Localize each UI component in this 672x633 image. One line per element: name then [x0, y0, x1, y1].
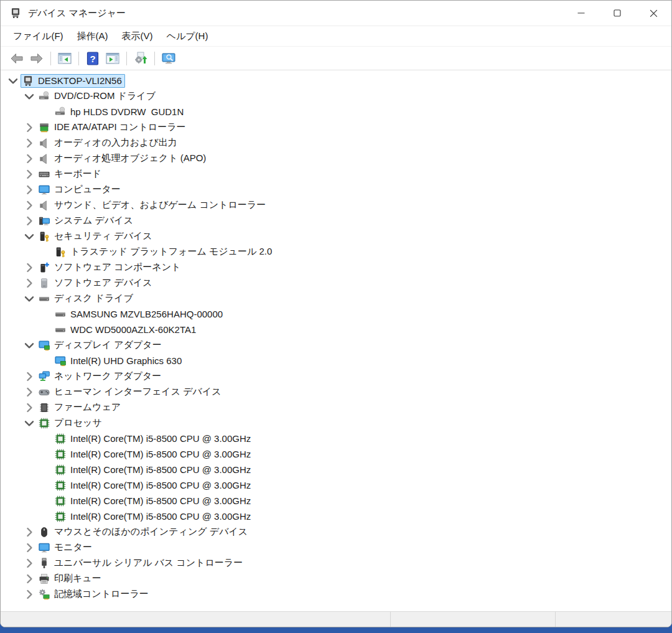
chevron-expanded-icon[interactable]	[22, 340, 37, 350]
tree-item-selected[interactable]: DESKTOP-VLI2N56	[21, 74, 125, 88]
close-button[interactable]	[635, 1, 671, 26]
menu-item[interactable]: 操作(A)	[70, 27, 115, 45]
tree-item-body[interactable]: Intel(R) Core(TM) i5-8500 CPU @ 3.00GHz	[53, 432, 254, 446]
chevron-expanded-icon[interactable]	[6, 76, 21, 86]
tree-item[interactable]: サウンド、ビデオ、およびゲーム コントローラー	[1, 197, 671, 213]
tree-item-body[interactable]: セキュリティ デバイス	[37, 229, 156, 243]
tree-item[interactable]: オーディオの入力および出力	[1, 135, 671, 151]
tree-item-body[interactable]: キーボード	[37, 167, 105, 181]
tree-item-body[interactable]: コンピューター	[37, 182, 124, 197]
scan-hardware-changes-button[interactable]	[131, 49, 150, 68]
tree-item[interactable]: WDC WD5000AZLX-60K2TA1	[1, 322, 671, 337]
chevron-collapsed-icon[interactable]	[22, 200, 37, 210]
tree-item-body[interactable]: ディスク ドライブ	[37, 291, 136, 306]
maximize-button[interactable]	[599, 1, 635, 26]
tree-item[interactable]: セキュリティ デバイス	[1, 228, 671, 244]
tree-item[interactable]: ネットワーク アダプター	[1, 368, 671, 384]
chevron-expanded-icon[interactable]	[22, 294, 37, 304]
tree-item-body[interactable]: ソフトウェア コンポーネント	[37, 260, 184, 274]
tree-item-body[interactable]: DVD/CD-ROM ドライブ	[37, 89, 159, 103]
tree-item[interactable]: トラステッド プラットフォーム モジュール 2.0	[1, 244, 671, 260]
chevron-collapsed-icon[interactable]	[22, 169, 37, 179]
tree-item-body[interactable]: プロセッサ	[37, 416, 105, 430]
tree-item-body[interactable]: SAMSUNG MZVLB256HAHQ-00000	[53, 307, 226, 321]
tree-item-body[interactable]: サウンド、ビデオ、およびゲーム コントローラー	[37, 198, 269, 212]
tree-item-body[interactable]: ソフトウェア デバイス	[37, 276, 156, 290]
tree-item[interactable]: Intel(R) Core(TM) i5-8500 CPU @ 3.00GHz	[1, 477, 671, 493]
tree-item-body[interactable]: 記憶域コントローラー	[37, 587, 152, 601]
tree-item-body[interactable]: IDE ATA/ATAPI コントローラー	[37, 120, 189, 134]
tree-item-body[interactable]: Intel(R) Core(TM) i5-8500 CPU @ 3.00GHz	[53, 463, 254, 477]
tree-item-body[interactable]: 印刷キュー	[37, 571, 105, 586]
add-legacy-hardware-button[interactable]	[159, 49, 178, 68]
tree-item-body[interactable]: ネットワーク アダプター	[37, 369, 164, 383]
chevron-expanded-icon[interactable]	[22, 91, 37, 101]
tree-item-body[interactable]: Intel(R) Core(TM) i5-8500 CPU @ 3.00GHz	[53, 494, 254, 508]
chevron-collapsed-icon[interactable]	[22, 589, 37, 599]
tree-item-body[interactable]: システム デバイス	[37, 213, 136, 228]
chevron-collapsed-icon[interactable]	[22, 403, 37, 413]
chevron-collapsed-icon[interactable]	[22, 154, 37, 164]
tree-item-body[interactable]: トラステッド プラットフォーム モジュール 2.0	[53, 245, 275, 259]
tree-item-body[interactable]: オーディオ処理オブジェクト (APO)	[37, 151, 209, 166]
tree-item[interactable]: hp HLDS DVDRW GUD1N	[1, 104, 671, 120]
tree-item-body[interactable]: マウスとそのほかのポインティング デバイス	[37, 525, 251, 539]
tree-item[interactable]: ディスプレイ アダプター	[1, 337, 671, 353]
tree-item[interactable]: DESKTOP-VLI2N56	[1, 73, 671, 88]
tree-item[interactable]: ソフトウェア デバイス	[1, 275, 671, 291]
tree-item-body[interactable]: ユニバーサル シリアル バス コントローラー	[37, 556, 246, 570]
tree-item[interactable]: モニター	[1, 540, 671, 555]
tree-item[interactable]: キーボード	[1, 166, 671, 182]
chevron-collapsed-icon[interactable]	[22, 123, 37, 133]
tree-item[interactable]: IDE ATA/ATAPI コントローラー	[1, 120, 671, 135]
tree-item[interactable]: ヒューマン インターフェイス デバイス	[1, 384, 671, 400]
tree-item[interactable]: 記憶域コントローラー	[1, 586, 671, 602]
chevron-collapsed-icon[interactable]	[22, 574, 37, 584]
chevron-collapsed-icon[interactable]	[22, 527, 37, 537]
tree-item-body[interactable]: ヒューマン インターフェイス デバイス	[37, 385, 225, 399]
tree-item-body[interactable]: ファームウェア	[37, 400, 124, 415]
tree-item[interactable]: Intel(R) Core(TM) i5-8500 CPU @ 3.00GHz	[1, 493, 671, 509]
tree-item[interactable]: Intel(R) Core(TM) i5-8500 CPU @ 3.00GHz	[1, 509, 671, 524]
tree-item[interactable]: プロセッサ	[1, 415, 671, 431]
chevron-collapsed-icon[interactable]	[22, 138, 37, 148]
chevron-collapsed-icon[interactable]	[22, 278, 37, 288]
chevron-collapsed-icon[interactable]	[22, 387, 37, 397]
tree-item-body[interactable]: ディスプレイ アダプター	[37, 338, 165, 352]
tree-item[interactable]: システム デバイス	[1, 213, 671, 228]
tree-item[interactable]: マウスとそのほかのポインティング デバイス	[1, 524, 671, 540]
tree-item-body[interactable]: オーディオの入力および出力	[37, 136, 180, 150]
tree-item[interactable]: コンピューター	[1, 182, 671, 197]
tree-item[interactable]: DVD/CD-ROM ドライブ	[1, 88, 671, 104]
chevron-collapsed-icon[interactable]	[22, 558, 37, 568]
tree-item[interactable]: SAMSUNG MZVLB256HAHQ-00000	[1, 306, 671, 322]
chevron-collapsed-icon[interactable]	[22, 216, 37, 226]
tree-item[interactable]: Intel(R) Core(TM) i5-8500 CPU @ 3.00GHz	[1, 446, 671, 462]
chevron-collapsed-icon[interactable]	[22, 372, 37, 382]
tree-item-body[interactable]: hp HLDS DVDRW GUD1N	[53, 105, 187, 119]
tree-item[interactable]: ユニバーサル シリアル バス コントローラー	[1, 555, 671, 571]
tree-item-body[interactable]: Intel(R) Core(TM) i5-8500 CPU @ 3.00GHz	[53, 448, 254, 461]
show-console-tree-button[interactable]	[55, 49, 74, 68]
tree-item[interactable]: ファームウェア	[1, 400, 671, 415]
tree-item[interactable]: ソフトウェア コンポーネント	[1, 260, 671, 275]
menu-item[interactable]: ファイル(F)	[6, 27, 70, 45]
minimize-button[interactable]	[563, 1, 599, 26]
tree-item-body[interactable]: Intel(R) Core(TM) i5-8500 CPU @ 3.00GHz	[53, 510, 254, 523]
chevron-collapsed-icon[interactable]	[22, 543, 37, 553]
tree-item[interactable]: ディスク ドライブ	[1, 291, 671, 306]
tree-item[interactable]: Intel(R) Core(TM) i5-8500 CPU @ 3.00GHz	[1, 462, 671, 477]
forward-button[interactable]	[27, 49, 46, 68]
properties-button[interactable]	[103, 49, 122, 68]
tree-item-body[interactable]: WDC WD5000AZLX-60K2TA1	[53, 323, 199, 337]
help-button[interactable]: ?	[83, 49, 102, 68]
tree-item[interactable]: 印刷キュー	[1, 571, 671, 586]
chevron-collapsed-icon[interactable]	[22, 185, 37, 195]
menu-item[interactable]: 表示(V)	[115, 27, 160, 45]
chevron-expanded-icon[interactable]	[22, 418, 37, 428]
tree-item-body[interactable]: Intel(R) UHD Graphics 630	[53, 354, 185, 368]
menu-item[interactable]: ヘルプ(H)	[160, 27, 215, 45]
chevron-collapsed-icon[interactable]	[22, 263, 37, 273]
chevron-expanded-icon[interactable]	[22, 232, 37, 241]
tree-item[interactable]: Intel(R) UHD Graphics 630	[1, 353, 671, 368]
